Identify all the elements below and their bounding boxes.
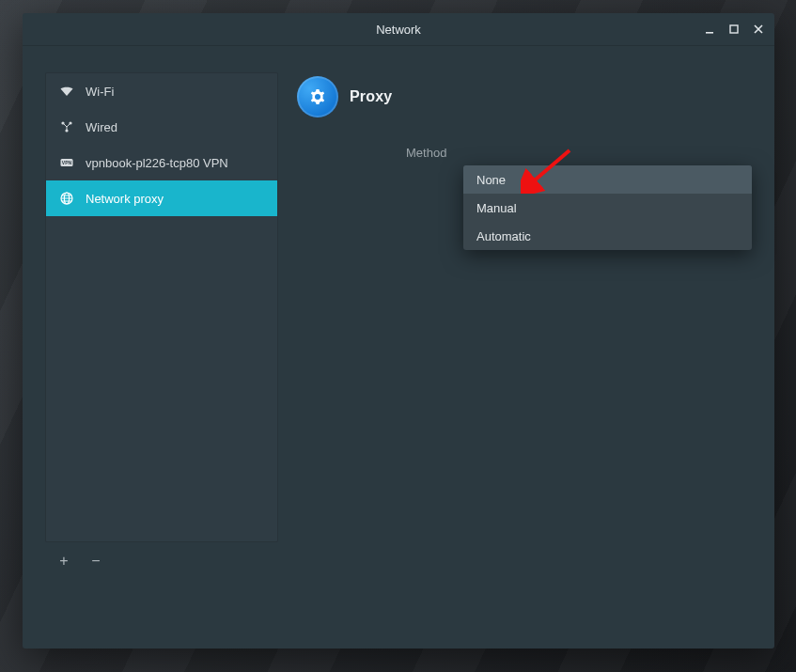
sidebar-item-label: vpnbook-pl226-tcp80 VPN [86,156,228,170]
minimize-button[interactable] [697,17,722,41]
vpn-icon: VPN [59,155,74,170]
globe-icon [59,191,74,206]
sidebar-item-label: Wi-Fi [86,85,114,99]
add-connection-button[interactable]: + [55,552,73,570]
remove-connection-button[interactable]: − [86,552,105,570]
page-header: Proxy [297,76,752,117]
svg-point-10 [315,94,320,100]
svg-rect-1 [730,25,738,33]
option-label: Automatic [476,229,531,243]
main-panel: Proxy Method [297,72,752,626]
method-option-automatic[interactable]: Automatic [463,222,752,250]
svg-text:VPN: VPN [62,160,72,165]
sidebar-item-wifi[interactable]: Wi-Fi [46,73,277,109]
close-icon [753,23,764,35]
method-option-none[interactable]: None [463,165,752,194]
page-title: Proxy [350,88,392,105]
window-content: Wi-Fi Wired [23,46,774,649]
wifi-icon [59,84,74,99]
close-button[interactable] [746,17,771,41]
maximize-icon [728,23,740,35]
minimize-icon [704,23,715,35]
sidebar-item-label: Wired [86,120,117,134]
sidebar-item-network-proxy[interactable]: Network proxy [46,180,277,216]
proxy-gear-icon [297,76,338,117]
maximize-button[interactable] [722,17,746,41]
method-label: Method [406,146,446,160]
sidebar-item-vpn[interactable]: VPN vpnbook-pl226-tcp80 VPN [46,145,277,180]
plus-icon: + [59,554,68,569]
window-titlebar: Network [23,13,774,46]
window-controls [697,13,771,45]
option-label: None [476,173,506,187]
method-option-manual[interactable]: Manual [463,194,752,222]
wired-icon [59,119,74,134]
connections-sidebar: Wi-Fi Wired [45,72,278,542]
desktop-background: Network [0,0,796,672]
method-row: Method [297,146,752,160]
network-settings-window: Network [23,13,774,649]
option-label: Manual [476,201,517,215]
sidebar-item-wired[interactable]: Wired [46,109,277,145]
method-dropdown[interactable]: None Manual Automatic [463,165,752,250]
sidebar-column: Wi-Fi Wired [45,72,278,626]
sidebar-item-label: Network proxy [86,192,164,206]
minus-icon: − [91,554,100,569]
window-title: Network [376,23,421,37]
sidebar-actions: + − [45,542,278,570]
svg-rect-0 [706,32,713,34]
